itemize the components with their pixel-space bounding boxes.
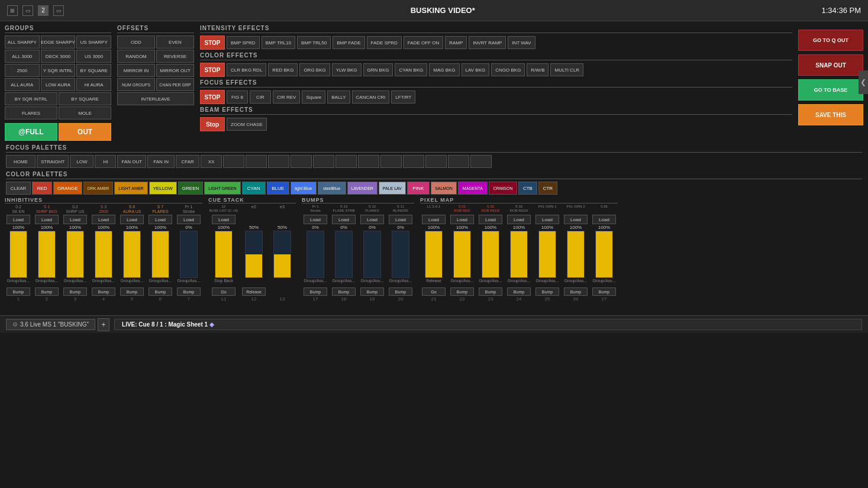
cp-ctb[interactable]: CTB [518,182,537,195]
btn-deck-3000[interactable]: DECK 3000 [41,50,76,63]
btn-fig8[interactable]: FIG 8 [227,91,248,104]
fp-hi[interactable]: HI [95,155,116,168]
btn-clr-bkg-rdl[interactable]: CLR BKG RDL [227,63,266,76]
fader-5-load[interactable]: Load [120,215,144,224]
chevron-right-icon[interactable]: ❮ [859,70,868,94]
fader-7-load[interactable]: Load [177,215,201,224]
btn-save-this[interactable]: SAVE THIS [798,104,863,125]
cp-clear[interactable]: CLEAR [6,182,31,195]
cp-dark-amber[interactable]: DRK AMBR [83,182,114,195]
btn-square[interactable]: Square [302,91,325,104]
color-stop-btn[interactable]: STOP [200,63,225,77]
btn-us-sharpy[interactable]: US SHARPY [76,35,111,49]
fader-11-load[interactable]: Load [212,215,235,224]
fp-empty-3[interactable] [268,155,289,168]
btn-int-wav[interactable]: INT WAV [508,36,535,49]
fader-17-action[interactable]: Bump [304,287,327,296]
btn-cngo-bkg[interactable]: CNGO BKG [491,63,525,76]
btn-lft-rt[interactable]: LFT/RT [391,91,415,104]
fader-11-action[interactable]: Go [212,287,235,296]
btn-reverse[interactable]: REVERSE [156,50,194,63]
fader-7-action[interactable]: Bump [177,287,201,296]
btn-chan-per-grp[interactable]: CHAN PER GRP [156,78,194,91]
fader-27-action[interactable]: Bump [592,287,616,296]
fader-6-load[interactable]: Load [149,215,172,224]
fp-empty-4[interactable] [291,155,312,168]
btn-bmp-sprd[interactable]: BMP SPRD [227,36,260,49]
btn-bmp-trl10[interactable]: BMP TRL10 [262,36,295,49]
fader-20-load[interactable]: Load [389,215,412,224]
btn-lav-bkg[interactable]: LAV BKG [462,63,490,76]
btn-by-square-2[interactable]: BY SQUARE [59,92,111,105]
fader-17-load[interactable]: Load [304,215,327,224]
fader-23-load[interactable]: Load [479,215,502,224]
fader-18-load[interactable]: Load [332,215,356,224]
btn-ylw-bkg[interactable]: YLW BKG [332,63,362,76]
cp-yellow[interactable]: YELLOW [149,182,177,195]
tab-add-btn[interactable]: + [98,318,109,331]
btn-num-groups[interactable]: NUM GROUPS [117,78,155,91]
btn-mirror-in[interactable]: MIRROR IN [117,64,155,77]
fp-cfar[interactable]: CFAR [176,155,199,168]
btn-random[interactable]: RANDOM [117,50,155,63]
cp-cyan[interactable]: CYAN [242,182,266,195]
btn-us-3000[interactable]: US 3000 [76,50,111,63]
fader-2-action[interactable]: Bump [35,287,59,296]
fader-5-action[interactable]: Bump [120,287,144,296]
cp-light-green[interactable]: LIGHT GREEN [204,182,240,195]
fader-3-action[interactable]: Bump [63,287,87,296]
cp-green[interactable]: GREEN [178,182,203,195]
btn-mole[interactable]: MOLE [59,106,111,119]
window-icon-1[interactable]: ⊞ [7,5,18,16]
btn-org-bkg[interactable]: ORG BKG [299,63,330,76]
fp-empty-12[interactable] [470,155,492,168]
fp-home[interactable]: HOME [6,155,36,168]
btn-fade-sprd[interactable]: FADE SPRD [367,36,402,49]
fader-22-action[interactable]: Bump [450,287,474,296]
cp-salmon[interactable]: SALMON [431,182,457,195]
fader-18-action[interactable]: Bump [332,287,356,296]
fp-low[interactable]: LOW [70,155,93,168]
btn-zoom-chase[interactable]: ZOOM CHASE [227,118,267,131]
fp-empty-11[interactable] [448,155,469,168]
btn-cancan-cri[interactable]: CANCAN CRI [352,91,390,104]
btn-by-sqr-intrl[interactable]: BY SQR INTRL [5,92,57,105]
focus-stop-btn[interactable]: STOP [200,90,225,104]
btn-bmp-fade[interactable]: BMP FADE [333,36,364,49]
fp-empty-2[interactable] [246,155,267,168]
btn-all-3000[interactable]: ALL 3000 [5,50,40,63]
btn-odd[interactable]: ODD [117,35,155,49]
fader-24-load[interactable]: Load [507,215,531,224]
fader-21-action[interactable]: Go [422,287,446,296]
btn-bmp-trl50[interactable]: BMP TRL50 [297,36,331,49]
fader-4-action[interactable]: Bump [92,287,115,296]
window-icon-3[interactable]: ▭ [53,5,64,16]
fader-20-action[interactable]: Bump [389,287,412,296]
fader-2-load[interactable]: Load [35,215,59,224]
btn-multi-clr[interactable]: MULTI CLR [550,63,583,76]
btn-all-aura[interactable]: ALL AURA [5,78,40,91]
btn-all-sharpy[interactable]: ALL SHARPY [5,35,40,49]
fp-fan-out[interactable]: FAN OUT [117,155,146,168]
btn-rwb[interactable]: R/W/B [527,63,548,76]
btn-interleave[interactable]: INTERLEAVE [117,92,194,105]
fader-19-load[interactable]: Load [360,215,384,224]
fp-empty-5[interactable] [313,155,334,168]
fader-21-load[interactable]: Load [422,215,446,224]
cp-crimson[interactable]: CRIMSON [489,182,517,195]
fader-26-action[interactable]: Bump [564,287,588,296]
fp-fan-in[interactable]: FAN IN [147,155,175,168]
btn-edge-sharpy[interactable]: EDGE SHARPY [41,35,76,49]
btn-full[interactable]: @FULL [5,123,57,141]
btn-grn-bkg[interactable]: GRN BKG [363,63,393,76]
fader-24-action[interactable]: Bump [507,287,531,296]
beam-stop-btn[interactable]: Stop [200,117,225,131]
btn-go-to-base[interactable]: GO TO BASE [798,79,863,101]
fader-27-load[interactable]: Load [592,215,616,224]
fader-12-action[interactable]: Release [242,287,266,296]
cp-blue[interactable]: BLUE [267,182,289,195]
btn-red-bkg[interactable]: RED BKG [268,63,298,76]
fp-empty-8[interactable] [380,155,402,168]
cp-red[interactable]: RED [32,182,52,195]
fp-empty-10[interactable] [425,155,447,168]
